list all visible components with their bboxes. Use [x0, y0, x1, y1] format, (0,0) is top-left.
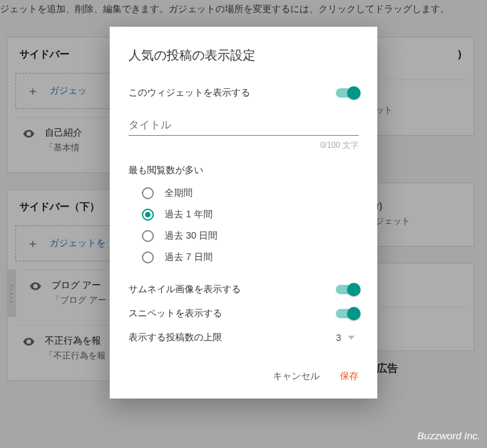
show-widget-label: このウィジェットを表示する	[128, 87, 250, 99]
watermark: Buzzword Inc.	[417, 430, 480, 441]
show-widget-row: このウィジェットを表示する	[128, 87, 359, 99]
radio-icon	[142, 187, 154, 199]
radio-label: 過去 7 日間	[165, 251, 213, 263]
show-snippet-row: スニペットを表示する	[128, 308, 359, 320]
post-limit-row: 表示する投稿数の上限 3	[128, 332, 359, 344]
show-snippet-toggle[interactable]	[336, 309, 359, 318]
radio-label: 過去 30 日間	[165, 230, 217, 242]
radio-icon	[142, 209, 154, 221]
dialog-actions: キャンセル 保存	[128, 370, 359, 382]
radio-all-time[interactable]: 全期間	[142, 187, 359, 199]
radio-label: 全期間	[165, 187, 193, 199]
char-counter: 0/100 文字	[128, 140, 359, 151]
radio-past-7-days[interactable]: 過去 7 日間	[142, 251, 359, 263]
show-thumbnail-label: サムネイル画像を表示する	[128, 284, 241, 296]
most-viewed-label: 最も閲覧数が多い	[128, 164, 359, 177]
radio-label: 過去 1 年間	[165, 209, 213, 221]
chevron-down-icon	[348, 336, 355, 340]
post-limit-select[interactable]: 3	[336, 332, 359, 343]
time-range-radio-group: 全期間 過去 1 年間 過去 30 日間 過去 7 日間	[142, 187, 359, 263]
cancel-button[interactable]: キャンセル	[273, 370, 320, 382]
radio-icon	[142, 251, 154, 263]
save-button[interactable]: 保存	[340, 370, 359, 382]
radio-icon	[142, 230, 154, 242]
show-widget-toggle[interactable]	[336, 88, 359, 98]
post-limit-label: 表示する投稿数の上限	[128, 332, 222, 344]
show-thumbnail-toggle[interactable]	[336, 285, 359, 294]
radio-past-30-days[interactable]: 過去 30 日間	[142, 230, 359, 242]
title-input[interactable]	[128, 116, 359, 136]
show-thumbnail-row: サムネイル画像を表示する	[128, 284, 359, 296]
dialog-title: 人気の投稿の表示設定	[128, 47, 359, 64]
post-limit-value: 3	[336, 332, 341, 343]
popular-posts-settings-dialog: 人気の投稿の表示設定 このウィジェットを表示する 0/100 文字 最も閲覧数が…	[110, 27, 377, 399]
radio-past-year[interactable]: 過去 1 年間	[142, 209, 359, 221]
show-snippet-label: スニペットを表示する	[128, 308, 222, 320]
